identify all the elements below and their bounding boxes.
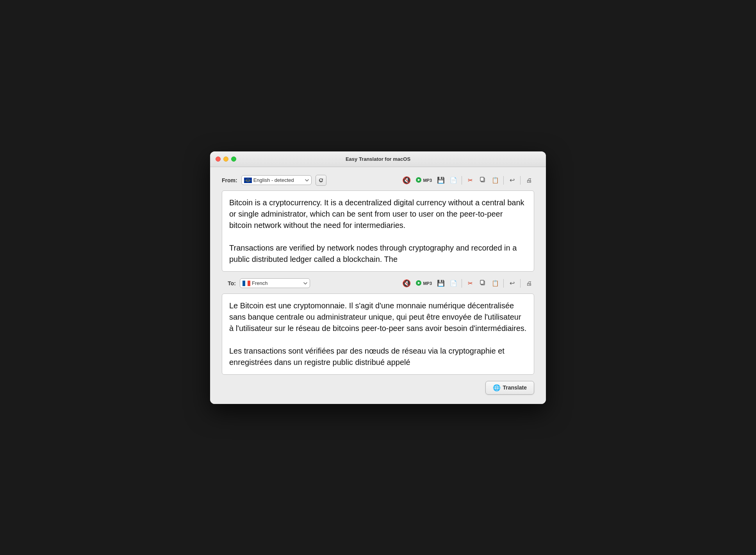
from-cut-button[interactable]: ✂ <box>465 175 476 186</box>
from-language-selector[interactable]: ★★★★★★ English - detected <box>241 175 312 185</box>
minimize-button[interactable] <box>223 157 228 162</box>
close-button[interactable] <box>216 157 221 162</box>
to-mp3-button[interactable]: MP3 <box>414 279 434 288</box>
save-icon: 💾 <box>437 176 445 184</box>
from-language-select[interactable]: English - detected <box>241 175 312 185</box>
translated-text: Le Bitcoin est une cryptomonnaie. Il s'a… <box>229 301 526 366</box>
to-copy-button[interactable] <box>477 278 488 289</box>
globe-icon: 🌐 <box>493 384 501 391</box>
from-print-button[interactable]: 🖨 <box>523 175 534 186</box>
speaker-icon: 🔇 <box>402 176 411 185</box>
to-scissors-icon: ✂ <box>468 280 473 287</box>
traffic-lights <box>216 157 236 162</box>
copy-icon <box>480 176 486 184</box>
from-speaker-button[interactable]: 🔇 <box>401 175 412 186</box>
to-print-icon: 🖨 <box>526 280 532 286</box>
divider-3 <box>520 176 521 185</box>
window-title: Easy Translator for macOS <box>346 156 410 162</box>
undo-icon: ↩ <box>510 176 515 184</box>
paste-icon: 📋 <box>492 177 499 184</box>
from-save-button[interactable]: 💾 <box>435 175 446 186</box>
to-divider-1 <box>462 279 462 288</box>
source-text-area[interactable]: Bitcoin is a cryptocurrency. It is a dec… <box>222 190 534 272</box>
to-language-selector[interactable]: French <box>240 278 310 288</box>
refresh-button[interactable] <box>316 175 326 186</box>
from-paste-button[interactable]: 📋 <box>490 175 501 186</box>
to-paste-button[interactable]: 📋 <box>490 278 501 289</box>
to-save-icon: 💾 <box>437 279 445 287</box>
to-speaker-button[interactable]: 🔇 <box>401 278 412 289</box>
main-content: From: ★★★★★★ English - detected <box>210 167 546 404</box>
from-undo-button[interactable]: ↩ <box>506 175 517 186</box>
from-toolbar: From: ★★★★★★ English - detected <box>222 175 534 186</box>
to-cut-button[interactable]: ✂ <box>465 278 476 289</box>
svg-rect-13 <box>480 280 484 284</box>
divider-1 <box>462 176 462 185</box>
to-mp3-save-icon <box>415 280 422 287</box>
to-language-select[interactable]: French <box>240 278 310 288</box>
from-toolbar-actions: 🔇 MP3 💾 📄 ✂ <box>401 175 534 186</box>
bottom-row: 🌐 Translate <box>222 381 534 395</box>
to-speaker-icon: 🔇 <box>402 279 411 288</box>
from-mp3-button[interactable]: MP3 <box>414 176 434 185</box>
from-copy-button[interactable] <box>477 175 488 186</box>
from-mp3-label: MP3 <box>423 178 432 183</box>
to-copytext-icon: 📄 <box>450 280 457 287</box>
translate-label: Translate <box>503 384 527 391</box>
to-undo-button[interactable]: ↩ <box>506 278 517 289</box>
translated-text-area[interactable]: Le Bitcoin est une cryptomonnaie. Il s'a… <box>222 294 534 375</box>
to-save-button[interactable]: 💾 <box>435 278 446 289</box>
to-paste-icon: 📋 <box>492 280 499 287</box>
divider-2 <box>503 176 504 185</box>
to-toolbar: To: French <box>222 278 534 289</box>
from-copytext-button[interactable]: 📄 <box>448 175 459 186</box>
from-label: From: <box>222 177 237 183</box>
titlebar: Easy Translator for macOS <box>210 151 546 167</box>
translate-button[interactable]: 🌐 Translate <box>485 381 534 395</box>
to-mp3-label: MP3 <box>423 281 432 286</box>
refresh-icon <box>318 178 324 183</box>
mp3-save-icon <box>415 177 422 184</box>
to-divider-3 <box>520 279 521 288</box>
to-toolbar-actions: 🔇 MP3 💾 📄 ✂ <box>401 278 534 289</box>
to-undo-icon: ↩ <box>510 279 515 287</box>
to-label: To: <box>222 280 236 286</box>
print-icon: 🖨 <box>526 177 532 183</box>
to-copytext-button[interactable]: 📄 <box>448 278 459 289</box>
to-print-button[interactable]: 🖨 <box>523 278 534 289</box>
maximize-button[interactable] <box>231 157 236 162</box>
to-copy-icon <box>480 279 486 287</box>
source-text: Bitcoin is a cryptocurrency. It is a dec… <box>229 198 526 263</box>
app-window: Easy Translator for macOS From: ★★★★★★ E… <box>210 151 546 404</box>
copytext-icon: 📄 <box>450 177 457 184</box>
scissors-icon: ✂ <box>468 177 473 184</box>
to-divider-2 <box>503 279 504 288</box>
svg-rect-6 <box>480 177 484 181</box>
